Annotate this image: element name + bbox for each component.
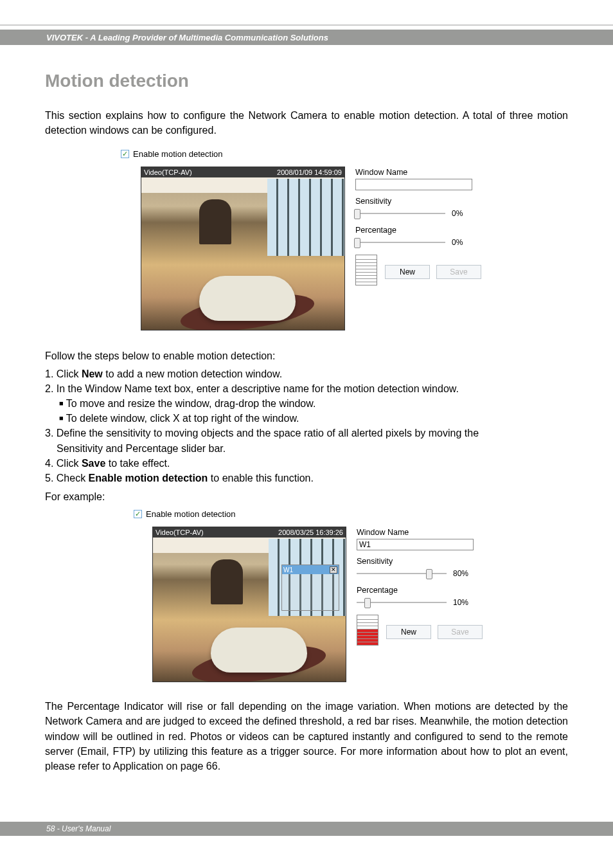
footer-page: 58 - User's Manual xyxy=(46,824,111,833)
step-3: 3. Define the sensitivity to moving obje… xyxy=(45,426,568,440)
video-bar-1: Video(TCP-AV) 2008/01/09 14:59:09 xyxy=(141,167,344,177)
percentage-value-1: 0% xyxy=(452,238,463,247)
sensitivity-slider-2[interactable] xyxy=(357,568,447,579)
scene-fireplace xyxy=(199,199,231,244)
save-button-2[interactable]: Save xyxy=(438,625,483,639)
stream-label-1: Video(TCP-AV) xyxy=(144,168,192,176)
save-button-1[interactable]: Save xyxy=(436,265,481,279)
timestamp-1: 2008/01/09 14:59:09 xyxy=(277,168,342,176)
sensitivity-label-1: Sensitivity xyxy=(355,197,484,206)
enable-checkbox-2[interactable]: ✓ xyxy=(134,510,142,518)
page-content: Motion detection This section explains h… xyxy=(0,45,613,773)
panel-2: Video(TCP-AV) 2008/03/25 16:39:26 W1 ✕ W… xyxy=(128,527,485,682)
sensitivity-value-1: 0% xyxy=(452,209,463,218)
scene-windows xyxy=(267,179,344,256)
step-3b: Sensitivity and Percentage slider bar. xyxy=(45,441,568,456)
new-button-2[interactable]: New xyxy=(386,625,431,639)
intro-text: This section explains how to configure t… xyxy=(45,108,568,138)
scene-sofa xyxy=(199,276,296,321)
for-example-text: For example: xyxy=(45,489,568,504)
controls-1: Window Name Sensitivity 0% Percentage xyxy=(355,167,484,330)
footer-band: 58 - User's Manual xyxy=(0,822,613,836)
percentage-slider-2[interactable] xyxy=(357,597,447,608)
sensitivity-value-2: 80% xyxy=(453,569,468,578)
header-band: VIVOTEK - A Leading Provider of Multimed… xyxy=(0,30,613,45)
window-name-input-2[interactable] xyxy=(357,539,474,550)
section-title: Motion detection xyxy=(45,71,568,91)
video-preview-2: Video(TCP-AV) 2008/03/25 16:39:26 W1 ✕ xyxy=(152,527,346,682)
step-4: 4. Click Save to take effect. xyxy=(45,456,568,471)
enable-checkbox-1[interactable]: ✓ xyxy=(121,150,129,158)
header-brand: VIVOTEK - A Leading Provider of Multimed… xyxy=(46,33,328,42)
top-rule xyxy=(0,24,613,26)
motion-window[interactable]: W1 ✕ xyxy=(281,565,339,611)
percentage-value-2: 10% xyxy=(453,598,468,607)
percentage-slider-1[interactable] xyxy=(355,237,445,248)
enable-label-1: Enable motion detection xyxy=(133,149,222,159)
step-1: 1. Click New to add a new motion detecti… xyxy=(45,366,568,381)
new-button-1[interactable]: New xyxy=(385,265,430,279)
percentage-label-1: Percentage xyxy=(355,226,484,235)
follow-text: Follow the steps below to enable motion … xyxy=(45,348,568,363)
panel-1: Video(TCP-AV) 2008/01/09 14:59:09 Window… xyxy=(129,167,484,330)
sensitivity-label-2: Sensitivity xyxy=(357,557,485,566)
close-icon[interactable]: ✕ xyxy=(330,566,337,574)
percentage-label-2: Percentage xyxy=(357,586,485,595)
timestamp-2: 2008/03/25 16:39:26 xyxy=(278,529,343,536)
video-preview-1: Video(TCP-AV) 2008/01/09 14:59:09 xyxy=(141,167,345,330)
window-name-input-1[interactable] xyxy=(355,179,472,190)
window-name-label-1: Window Name xyxy=(355,168,484,177)
stream-label-2: Video(TCP-AV) xyxy=(155,529,204,536)
final-paragraph: The Percentage Indicator will rise or fa… xyxy=(45,699,568,773)
step-5: 5. Check Enable motion detection to enab… xyxy=(45,471,568,485)
panel-2-area: ✓ Enable motion detection Video(TCP-AV) … xyxy=(45,509,568,682)
controls-2: Window Name Sensitivity 80% Percentage xyxy=(357,527,485,682)
enable-row-1: ✓ Enable motion detection xyxy=(121,149,222,159)
percentage-indicator-1 xyxy=(355,255,377,285)
window-name-label-2: Window Name xyxy=(357,528,485,537)
step-2a: ■To move and resize the window, drag-dro… xyxy=(45,396,568,411)
enable-row-2: ✓ Enable motion detection xyxy=(134,509,235,519)
panel-1-area: ✓ Enable motion detection Video(TCP-AV) … xyxy=(45,149,568,330)
step-2b: ■To delete window, click X at top right … xyxy=(45,411,568,426)
scene-fireplace-2 xyxy=(211,559,243,604)
steps-list: 1. Click New to add a new motion detecti… xyxy=(45,366,568,486)
sensitivity-slider-1[interactable] xyxy=(355,208,445,219)
video-bar-2: Video(TCP-AV) 2008/03/25 16:39:26 xyxy=(153,527,346,538)
motion-window-label: W1 xyxy=(283,566,293,574)
scene-sofa-2 xyxy=(211,628,307,673)
enable-label-2: Enable motion detection xyxy=(146,509,235,519)
percentage-indicator-2 xyxy=(357,615,378,646)
step-2: 2. In the Window Name text box, enter a … xyxy=(45,381,568,396)
